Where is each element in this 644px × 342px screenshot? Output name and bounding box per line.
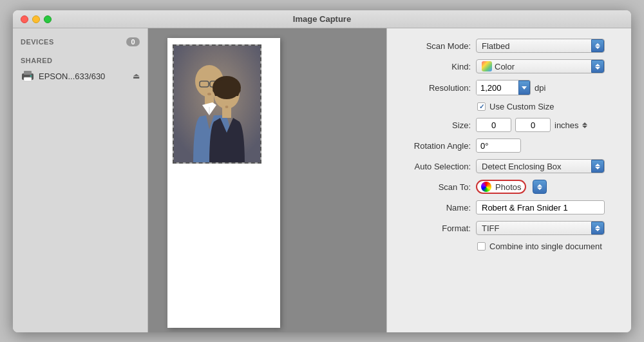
scan-to-label: Scan To:: [400, 182, 471, 192]
resolution-dropdown-arrow: [522, 86, 527, 90]
resolution-label: Resolution:: [400, 83, 471, 93]
kind-label: Kind:: [400, 62, 471, 71]
svg-rect-12: [222, 108, 231, 118]
resolution-row: Resolution: dpi: [400, 80, 618, 95]
kind-value: Color: [495, 62, 515, 71]
custom-size-checkbox[interactable]: [477, 102, 486, 111]
scan-page: [167, 38, 280, 328]
format-stepper[interactable]: [591, 222, 604, 234]
auto-selection-down: [595, 167, 600, 169]
scanner-preview-area: [148, 28, 386, 332]
scan-mode-value: Flatbed: [482, 41, 509, 51]
devices-label: DEVICES: [21, 38, 54, 46]
resolution-dropdown-btn[interactable]: [518, 81, 530, 95]
name-input[interactable]: [476, 200, 605, 214]
svg-point-3: [30, 75, 32, 77]
scanned-photo: [174, 46, 261, 164]
size-unit-down: [582, 126, 587, 128]
scan-to-row: Scan To: Photos: [400, 180, 618, 194]
minimize-button[interactable]: [32, 15, 40, 23]
rotation-row: Rotation Angle:: [400, 138, 618, 153]
resolution-control: dpi: [476, 80, 618, 95]
rotation-control: [476, 138, 618, 153]
format-select[interactable]: TIFF: [476, 221, 605, 235]
sidebar-item-epson[interactable]: EPSON...633/630 ⏏: [13, 67, 147, 85]
kind-stepper[interactable]: [591, 60, 604, 73]
svg-point-14: [207, 93, 211, 95]
auto-selection-select[interactable]: Detect Enclosing Box: [476, 159, 605, 173]
dpi-unit: dpi: [535, 83, 545, 93]
scan-mode-control: Flatbed: [476, 39, 618, 53]
scan-to-up: [537, 184, 542, 187]
scan-to-stepper[interactable]: [533, 180, 547, 194]
auto-selection-value: Detect Enclosing Box: [482, 162, 562, 171]
shared-label: SHARED: [21, 57, 52, 64]
scan-to-highlight: Photos: [476, 180, 526, 194]
printer-icon: [21, 70, 35, 82]
photos-icon: [481, 182, 491, 192]
kind-up-arrow: [595, 64, 600, 66]
format-label: Format:: [400, 223, 471, 233]
scan-mode-select[interactable]: Flatbed: [476, 39, 605, 53]
rotation-input[interactable]: [476, 138, 521, 153]
size-unit-up: [582, 122, 587, 125]
auto-selection-up: [595, 164, 600, 166]
size-unit-label: inches: [554, 120, 579, 130]
combine-checkbox[interactable]: [477, 242, 486, 251]
scan-mode-up-arrow: [595, 43, 600, 46]
auto-selection-stepper[interactable]: [591, 160, 604, 173]
devices-count-badge: 0: [126, 37, 140, 46]
svg-rect-2: [24, 77, 32, 81]
name-label: Name:: [400, 203, 471, 213]
scan-mode-label: Scan Mode:: [400, 41, 471, 51]
size-label: Size:: [400, 120, 471, 130]
size-unit-select[interactable]: inches: [554, 120, 587, 130]
main-content: DEVICES 0 SHARED EPSON...633/630 ⏏: [13, 28, 631, 332]
scan-to-value: Photos: [495, 182, 521, 192]
size-row: Size: inches: [400, 118, 618, 132]
svg-point-15: [225, 106, 229, 108]
devices-section-header: DEVICES 0: [13, 35, 147, 49]
size-width-input[interactable]: [476, 118, 511, 132]
window-title: Image Capture: [293, 14, 351, 24]
color-icon: [482, 61, 492, 71]
rotation-label: Rotation Angle:: [400, 141, 471, 151]
scan-mode-down-arrow: [595, 46, 600, 49]
maximize-button[interactable]: [44, 15, 52, 23]
auto-selection-control: Detect Enclosing Box: [476, 159, 618, 173]
format-up: [595, 225, 600, 228]
scan-mode-stepper[interactable]: [591, 39, 604, 52]
close-button[interactable]: [21, 15, 28, 23]
traffic-lights: [21, 15, 52, 23]
custom-size-row: Use Custom Size: [400, 102, 618, 111]
scan-to-wrapper: Photos: [476, 180, 526, 194]
eject-icon[interactable]: ⏏: [133, 71, 140, 81]
name-control: [476, 200, 618, 214]
custom-size-label: Use Custom Size: [489, 102, 554, 111]
size-control: inches: [476, 118, 618, 132]
auto-selection-label: Auto Selection:: [400, 162, 471, 171]
name-row: Name:: [400, 200, 618, 214]
size-height-input[interactable]: [515, 118, 551, 132]
settings-panel: Scan Mode: Flatbed Kind:: [386, 28, 631, 332]
kind-select[interactable]: Color: [476, 59, 605, 73]
shared-section-header: SHARED: [13, 54, 147, 67]
resolution-input[interactable]: [477, 81, 518, 95]
scan-image-area: [173, 44, 261, 164]
format-down: [595, 229, 600, 231]
format-value: TIFF: [482, 223, 499, 233]
format-row: Format: TIFF: [400, 221, 618, 235]
scan-to-control: Photos: [476, 180, 618, 194]
combine-row: Combine into single document: [400, 242, 618, 251]
scan-to-down: [537, 187, 542, 190]
kind-down-arrow: [595, 67, 600, 70]
sidebar: DEVICES 0 SHARED EPSON...633/630 ⏏: [13, 28, 148, 332]
app-window: Image Capture DEVICES 0 SHARED EPSON...6…: [13, 10, 631, 332]
kind-row: Kind: Color: [400, 59, 618, 73]
svg-rect-1: [24, 71, 32, 75]
resolution-input-group: [476, 80, 531, 95]
device-name: EPSON...633/630: [39, 71, 105, 81]
scan-mode-row: Scan Mode: Flatbed: [400, 39, 618, 53]
kind-control: Color: [476, 59, 618, 73]
title-bar: Image Capture: [13, 10, 631, 28]
